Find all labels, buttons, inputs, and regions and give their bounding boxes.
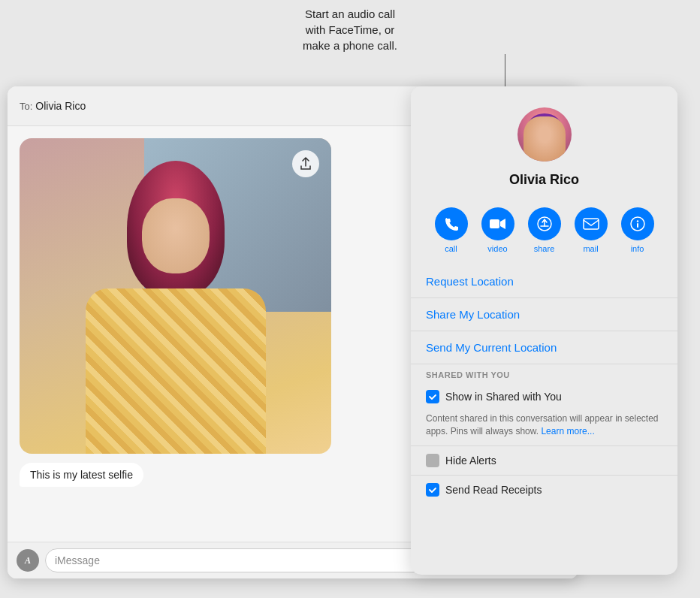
video-action-button[interactable]: video	[481, 207, 514, 253]
call-label: call	[445, 244, 457, 253]
info-action-button[interactable]: info	[621, 207, 654, 253]
avatar-memoji	[523, 116, 566, 162]
send-read-receipts-row: Send Read Receipts	[411, 475, 677, 504]
share-action-icon	[537, 216, 552, 231]
send-receipts-checkbox[interactable]	[426, 483, 439, 497]
call-action-button[interactable]: call	[435, 207, 468, 253]
share-label: share	[534, 244, 555, 253]
mail-action-button[interactable]: mail	[575, 207, 608, 253]
mail-icon	[583, 218, 599, 230]
request-location-item[interactable]: Request Location	[411, 265, 677, 298]
share-icon	[300, 157, 312, 171]
info-icon-bg	[621, 207, 654, 240]
to-label: To:	[20, 101, 32, 112]
photo-shirt	[86, 288, 266, 454]
receipts-checkmark-icon	[428, 485, 437, 494]
shared-with-you-section: SHARED WITH YOU Show in Shared with You	[411, 364, 677, 409]
show-in-shared-label: Show in Shared with You	[445, 391, 562, 403]
show-in-shared-row: Show in Shared with You	[426, 384, 662, 409]
input-placeholder: iMessage	[55, 554, 100, 566]
shared-description: Content shared in this conversation will…	[411, 409, 677, 445]
recipient-name: Olivia Rico	[35, 100, 86, 112]
mail-icon-bg	[575, 207, 608, 240]
info-label: info	[631, 244, 644, 253]
info-action-icon	[630, 216, 645, 231]
mail-label: mail	[583, 244, 598, 253]
share-my-location-item[interactable]: Share My Location	[411, 298, 677, 331]
share-icon-bg	[528, 207, 561, 240]
svg-point-10	[636, 220, 638, 222]
video-icon-bg	[481, 207, 514, 240]
learn-more-link[interactable]: Learn more...	[541, 426, 594, 436]
contact-panel: Olivia Rico call video	[411, 86, 677, 575]
panel-header: Olivia Rico	[411, 86, 677, 200]
svg-rect-5	[490, 219, 499, 228]
contact-avatar	[517, 107, 572, 162]
app-store-icon: A	[23, 555, 33, 566]
checkmark-icon	[428, 392, 437, 401]
contact-display-name: Olivia Rico	[509, 172, 579, 188]
app-store-button[interactable]: A	[17, 549, 39, 572]
phone-icon	[444, 216, 459, 231]
svg-rect-9	[637, 223, 638, 228]
photo-share-button[interactable]	[292, 150, 319, 177]
tooltip-text: Start an audio call with FaceTime, or ma…	[303, 6, 397, 53]
tooltip: Start an audio call with FaceTime, or ma…	[0, 6, 700, 53]
share-action-button[interactable]: share	[528, 207, 561, 253]
hide-alerts-checkbox[interactable]	[426, 454, 439, 467]
shared-section-label: SHARED WITH YOU	[426, 370, 662, 379]
svg-rect-7	[584, 219, 599, 229]
svg-text:A: A	[24, 555, 31, 566]
action-buttons-row: call video share	[411, 200, 677, 265]
hide-alerts-row: Hide Alerts	[411, 445, 677, 475]
call-icon-bg	[435, 207, 468, 240]
send-current-location-item[interactable]: Send My Current Location	[411, 331, 677, 364]
hide-alerts-label: Hide Alerts	[445, 455, 496, 467]
video-label: video	[487, 244, 507, 253]
photo-face	[142, 198, 210, 273]
photo-message	[20, 138, 331, 454]
show-in-shared-checkbox[interactable]	[426, 390, 439, 403]
send-receipts-label: Send Read Receipts	[445, 484, 542, 496]
message-caption-bubble: This is my latest selfie	[20, 463, 143, 487]
video-icon	[490, 218, 506, 230]
